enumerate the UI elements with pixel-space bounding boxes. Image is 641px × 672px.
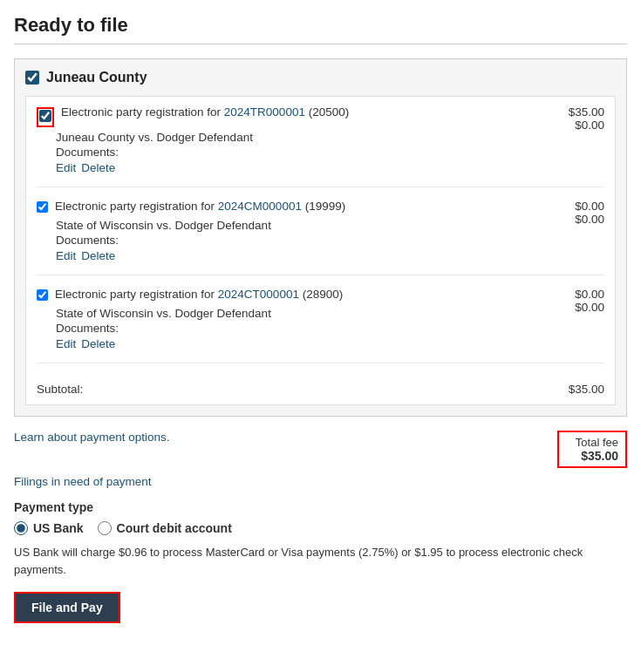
filing-edit-link-1[interactable]: Edit — [56, 161, 76, 174]
filing-checkbox-wrapper-3 — [37, 289, 48, 303]
filing-edit-link-2[interactable]: Edit — [56, 249, 76, 262]
payment-option-court-debit[interactable]: Court debit account — [98, 521, 232, 535]
filing-row-main-2: Electronic party registration for 2024CM… — [37, 200, 552, 215]
radio-us-bank[interactable] — [14, 521, 28, 535]
filing-documents-2: Documents: — [56, 234, 552, 247]
table-row: Electronic party registration for 2024TR… — [37, 105, 604, 187]
payment-notice: US Bank will charge $0.96 to process Mas… — [14, 544, 627, 578]
payment-type-label: Payment type — [14, 500, 627, 514]
filings-need-payment-link[interactable]: Filings in need of payment — [14, 475, 627, 488]
filing-amount-2: $0.00 $0.00 — [552, 200, 604, 226]
total-fee-box: Total fee $35.00 — [557, 431, 627, 468]
filing-row-main: Electronic party registration for 2024TR… — [37, 105, 552, 127]
payment-option-us-bank[interactable]: US Bank — [14, 521, 84, 535]
filing-checkbox-wrapper — [37, 107, 54, 127]
filing-case-link-2[interactable]: 2024CM000001 — [218, 200, 302, 213]
filing-delete-link-2[interactable]: Delete — [81, 249, 115, 262]
filing-description-2: Electronic party registration for 2024CM… — [55, 200, 345, 213]
filing-checkbox-2[interactable] — [37, 201, 48, 213]
total-fee-label: Total fee — [566, 436, 618, 449]
filing-amount-3: $0.00 $0.00 — [552, 288, 604, 314]
county-checkbox[interactable] — [25, 71, 39, 85]
total-fee-row: Learn about payment options. Total fee $… — [14, 431, 627, 468]
table-row: Electronic party registration for 2024CT… — [37, 288, 604, 363]
filing-documents-3: Documents: — [56, 322, 552, 335]
filing-amount-1: $35.00 $0.00 — [552, 105, 604, 132]
filing-case-link-3[interactable]: 2024CT000001 — [218, 288, 299, 301]
filing-item-left: Electronic party registration for 2024TR… — [37, 105, 552, 174]
filing-case-link-1[interactable]: 2024TR000001 — [224, 105, 305, 119]
filing-actions-1: EditDelete — [56, 160, 552, 174]
filing-checkbox-1[interactable] — [39, 110, 51, 122]
filing-items-container: Electronic party registration for 2024TR… — [25, 96, 616, 405]
filing-edit-link-3[interactable]: Edit — [56, 337, 76, 350]
filing-case-name-1: Juneau County vs. Dodger Defendant — [56, 131, 552, 144]
radio-court-debit[interactable] — [98, 521, 112, 535]
filing-delete-link-1[interactable]: Delete — [81, 161, 115, 174]
filing-description-3: Electronic party registration for 2024CT… — [55, 288, 343, 301]
filing-checkbox-wrapper-2 — [37, 201, 48, 215]
filing-item-left-2: Electronic party registration for 2024CM… — [37, 200, 552, 262]
filing-item-left-3: Electronic party registration for 2024CT… — [37, 288, 552, 350]
filing-documents-1: Documents: — [56, 146, 552, 159]
page-container: Ready to file Juneau County Elec — [0, 0, 641, 637]
county-section: Juneau County Electronic party registrat… — [14, 58, 627, 417]
court-debit-label: Court debit account — [117, 521, 232, 535]
subtotal-label: Subtotal: — [37, 383, 83, 396]
filing-description-1: Electronic party registration for 2024TR… — [61, 105, 349, 119]
learn-payment-link[interactable]: Learn about payment options. — [14, 431, 170, 444]
bottom-section: Learn about payment options. Total fee $… — [14, 431, 627, 623]
page-title: Ready to file — [14, 14, 627, 44]
county-name: Juneau County — [46, 70, 147, 85]
county-header: Juneau County — [25, 70, 616, 85]
subtotal-amount: $35.00 — [569, 383, 604, 396]
table-row: Electronic party registration for 2024CM… — [37, 200, 604, 275]
filing-row-main-3: Electronic party registration for 2024CT… — [37, 288, 552, 303]
total-fee-amount: $35.00 — [566, 449, 618, 463]
payment-options: US Bank Court debit account — [14, 521, 627, 535]
filing-delete-link-3[interactable]: Delete — [81, 337, 115, 350]
us-bank-label: US Bank — [33, 521, 84, 535]
filing-actions-2: EditDelete — [56, 248, 552, 262]
filing-case-name-3: State of Wisconsin vs. Dodger Defendant — [56, 307, 552, 320]
file-and-pay-button[interactable]: File and Pay — [14, 592, 120, 623]
subtotal-row: Subtotal: $35.00 — [37, 376, 604, 396]
filing-checkbox-highlight — [37, 107, 54, 127]
filing-case-name-2: State of Wisconsin vs. Dodger Defendant — [56, 219, 552, 232]
filing-actions-3: EditDelete — [56, 336, 552, 350]
filing-checkbox-3[interactable] — [37, 289, 48, 301]
